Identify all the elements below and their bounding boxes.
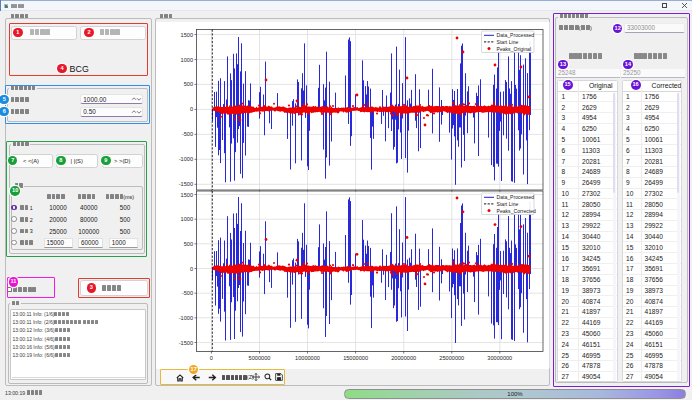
svg-text:500: 500 bbox=[184, 81, 193, 87]
svg-text:10000000: 10000000 bbox=[295, 355, 320, 361]
svg-text:0: 0 bbox=[190, 106, 193, 112]
svg-text:Start Line: Start Line bbox=[497, 39, 519, 45]
svg-text:-1000: -1000 bbox=[179, 156, 193, 162]
svg-text:5000000: 5000000 bbox=[249, 355, 271, 361]
svg-text:-500: -500 bbox=[182, 131, 193, 137]
svg-text:30000000: 30000000 bbox=[487, 355, 512, 361]
svg-text:0: 0 bbox=[210, 355, 213, 361]
svg-text:500: 500 bbox=[184, 241, 193, 247]
svg-text:1500: 1500 bbox=[181, 32, 193, 38]
svg-text:1000: 1000 bbox=[181, 57, 193, 63]
svg-text:Peaks_Corrected: Peaks_Corrected bbox=[497, 208, 537, 214]
svg-text:-500: -500 bbox=[182, 290, 193, 296]
svg-text:15000000: 15000000 bbox=[343, 355, 368, 361]
svg-text:-1000: -1000 bbox=[179, 315, 193, 321]
svg-text:Data_Processed: Data_Processed bbox=[497, 194, 535, 200]
svg-text:0: 0 bbox=[190, 266, 193, 272]
svg-text:1000: 1000 bbox=[181, 216, 193, 222]
svg-text:-1500: -1500 bbox=[179, 181, 193, 187]
svg-text:1500: 1500 bbox=[181, 192, 193, 198]
svg-text:Start Line: Start Line bbox=[497, 201, 519, 207]
svg-text:Data_Processed: Data_Processed bbox=[497, 32, 535, 38]
svg-text:Peaks_Original: Peaks_Original bbox=[497, 46, 532, 52]
svg-text:25000000: 25000000 bbox=[439, 355, 464, 361]
svg-text:-1500: -1500 bbox=[179, 340, 193, 346]
svg-text:20000000: 20000000 bbox=[391, 355, 416, 361]
